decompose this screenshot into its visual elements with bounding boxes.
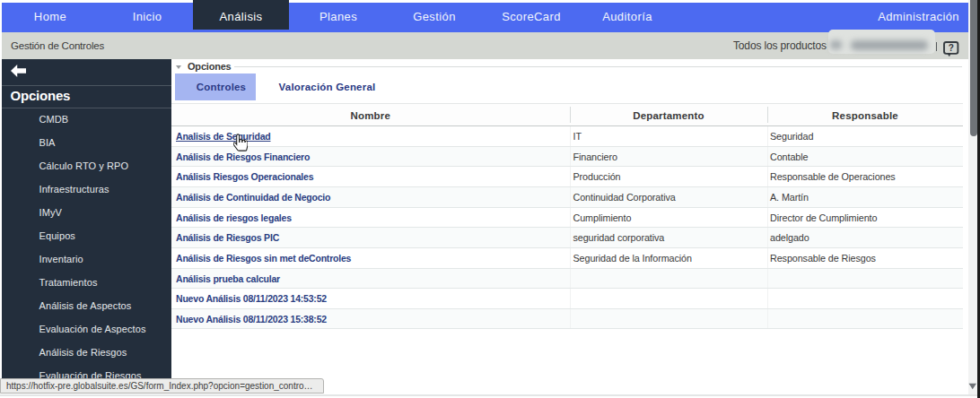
svg-text:?: ? [949, 43, 954, 53]
